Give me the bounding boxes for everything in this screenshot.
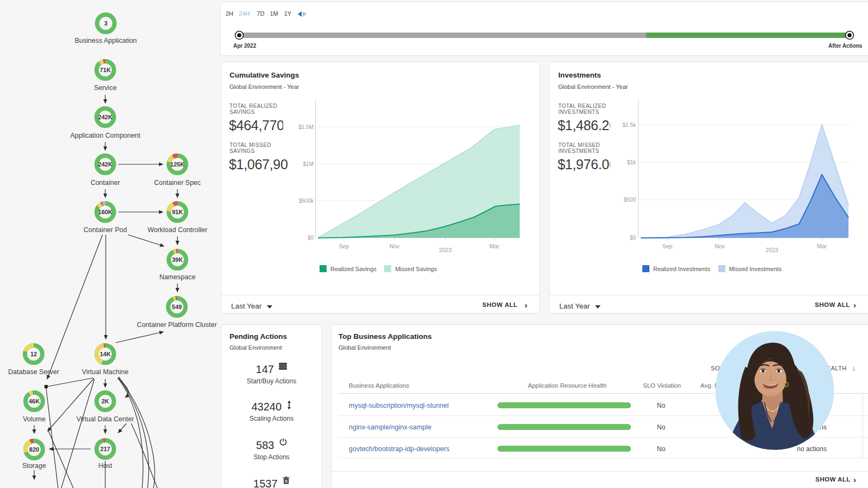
svg-text:Container Spec: Container Spec (154, 179, 201, 187)
svg-text:14K: 14K (100, 351, 111, 357)
svg-text:Container Pod: Container Pod (84, 226, 127, 234)
svg-text:3: 3 (104, 20, 107, 27)
svg-text:820: 820 (29, 446, 39, 453)
svg-text:Application Component: Application Component (70, 132, 141, 139)
svg-text:125K: 125K (170, 161, 184, 168)
svg-text:242K: 242K (98, 114, 112, 120)
svg-text:Workload Controller: Workload Controller (148, 226, 207, 234)
svg-text:242K: 242K (98, 161, 112, 168)
svg-text:217: 217 (100, 446, 110, 452)
svg-text:Volume: Volume (23, 415, 46, 423)
svg-text:91K: 91K (172, 209, 183, 215)
svg-text:Namespace: Namespace (159, 273, 196, 281)
svg-text:Business Application: Business Application (75, 37, 137, 44)
svg-text:46K: 46K (29, 398, 40, 404)
svg-text:Virtual Data Center: Virtual Data Center (76, 415, 134, 423)
svg-text:Virtual Machine: Virtual Machine (82, 368, 129, 376)
svg-text:71K: 71K (100, 67, 111, 73)
svg-text:160K: 160K (98, 209, 112, 215)
svg-text:2K: 2K (101, 398, 109, 404)
svg-text:12: 12 (30, 351, 37, 357)
svg-text:39K: 39K (172, 256, 183, 263)
svg-text:Container Platform Cluster: Container Platform Cluster (137, 321, 216, 329)
svg-text:Database Server: Database Server (8, 368, 59, 376)
svg-text:Container: Container (91, 179, 120, 187)
svg-text:Service: Service (94, 84, 117, 92)
svg-text:Storage: Storage (22, 462, 46, 470)
svg-text:549: 549 (172, 304, 182, 310)
